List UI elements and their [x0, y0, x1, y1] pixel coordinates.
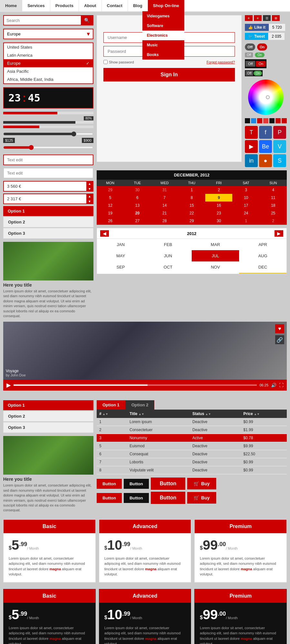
nav-shop[interactable]: Shop On-line Videogames Software Electro…: [148, 0, 185, 11]
month-jul[interactable]: JUL: [192, 250, 239, 261]
table-row[interactable]: 1Lorem ipsumDeactive$0.99: [97, 418, 287, 426]
month-sep[interactable]: SEP: [97, 261, 144, 274]
linkedin-icon[interactable]: in: [245, 154, 258, 167]
table-row-active[interactable]: 3NonummyActive$0.78: [97, 434, 287, 442]
opt-africa[interactable]: Africa, Middle East, India: [4, 75, 93, 83]
text-input-1[interactable]: [3, 155, 93, 165]
spin-down-1[interactable]: ▼: [86, 186, 93, 192]
cal-cell[interactable]: 1: [232, 217, 259, 225]
toggle-1-on[interactable]: On: [257, 43, 267, 51]
nav-blog[interactable]: Blog: [128, 0, 148, 11]
sign-in-button[interactable]: Sign In: [103, 68, 235, 81]
cal-cell[interactable]: 30: [205, 217, 232, 225]
pinterest-icon[interactable]: P: [273, 126, 286, 139]
number-input-2[interactable]: [3, 194, 93, 204]
link-button[interactable]: 🔗: [275, 335, 284, 344]
swatch-5[interactable]: [269, 118, 275, 123]
button-4[interactable]: Button: [97, 493, 122, 503]
slider-1[interactable]: [3, 131, 93, 137]
nav-products[interactable]: Products: [50, 0, 79, 11]
facebook-icon[interactable]: f: [259, 126, 272, 139]
nav-about[interactable]: About: [79, 0, 102, 11]
cal-cell[interactable]: 18: [260, 202, 287, 209]
color-wheel[interactable]: [248, 80, 284, 115]
swatch-4[interactable]: [263, 118, 268, 123]
cal-cell[interactable]: 2: [205, 186, 232, 194]
toggle-4[interactable]: Off On: [245, 70, 263, 76]
text-input-2[interactable]: [3, 168, 93, 178]
month-may[interactable]: MAY: [97, 250, 144, 261]
dd-software[interactable]: Software: [142, 21, 184, 31]
cal-cell[interactable]: 5: [97, 194, 124, 202]
option-1-3[interactable]: Option 3: [3, 228, 93, 239]
cal-cell[interactable]: 19: [97, 209, 124, 217]
button-1[interactable]: Button: [97, 479, 122, 489]
cal-cell[interactable]: 30: [124, 186, 151, 194]
swatch-1[interactable]: [245, 118, 250, 123]
show-password-checkbox[interactable]: [103, 60, 108, 64]
list-icon-2[interactable]: ≡: [254, 15, 262, 21]
month-dec[interactable]: DEC: [239, 261, 286, 274]
spin-down-2[interactable]: ▼: [86, 199, 93, 204]
sort-icon-num[interactable]: ▲▼: [102, 412, 108, 416]
table-tab-2[interactable]: Option 2: [126, 400, 155, 410]
spin-up-1[interactable]: ▲: [86, 181, 93, 186]
dd-videogames[interactable]: Videogames: [142, 11, 184, 21]
cal-cell[interactable]: 26: [97, 217, 124, 225]
month-nov[interactable]: NOV: [192, 261, 239, 274]
table-row[interactable]: 5EuismodDeactive$9.99: [97, 442, 287, 450]
table-row[interactable]: 2ConsectetuerDeactive$1.99: [97, 426, 287, 434]
cal-cell[interactable]: 31: [151, 186, 178, 194]
cal-cell[interactable]: 22: [178, 209, 205, 217]
play-button[interactable]: ▶: [6, 382, 11, 389]
toggle-3[interactable]: Off On: [245, 59, 266, 68]
cal-cell[interactable]: 6: [124, 194, 151, 202]
cal-cell-today[interactable]: 9: [205, 194, 232, 202]
swatch-2[interactable]: [251, 118, 256, 123]
opt-united-states[interactable]: United States: [4, 43, 93, 51]
cal-cell[interactable]: 12: [97, 202, 124, 209]
forgot-password-link[interactable]: Forgot password?: [207, 60, 235, 64]
youtube-icon[interactable]: ▶: [245, 140, 258, 153]
toggle-2-off[interactable]: Off: [245, 52, 253, 57]
cal-cell[interactable]: 14: [151, 202, 178, 209]
cal-cell[interactable]: 16: [205, 202, 232, 209]
cal-cell[interactable]: 8: [178, 194, 205, 202]
swatch-7[interactable]: [282, 118, 287, 123]
cal-cell[interactable]: 2: [260, 217, 287, 225]
dribbble-icon[interactable]: ●: [259, 154, 272, 167]
option-2-1[interactable]: Option 1: [3, 400, 93, 410]
cal-cell[interactable]: 10: [232, 194, 259, 202]
table-row[interactable]: 8Vulputate velitDeactive$0.99: [97, 466, 287, 474]
cal-cell[interactable]: 29: [97, 186, 124, 194]
list-icon-3[interactable]: ☰: [263, 15, 271, 21]
month-feb[interactable]: FEB: [144, 239, 192, 250]
month-apr[interactable]: APR: [239, 239, 286, 250]
video-progress-bar[interactable]: [14, 384, 257, 386]
list-icon-4[interactable]: ⊞: [272, 15, 280, 21]
sort-icon-title[interactable]: ▲▼: [139, 412, 144, 416]
heart-button[interactable]: ♥: [275, 324, 284, 333]
cal-cell[interactable]: 7: [151, 194, 178, 202]
vimeo-icon[interactable]: V: [273, 140, 286, 153]
cal-cell[interactable]: 27: [124, 217, 151, 225]
search-button[interactable]: 🔍: [81, 16, 93, 25]
skype-icon[interactable]: S: [273, 154, 286, 167]
cal-cell[interactable]: 17: [232, 202, 259, 209]
month-aug[interactable]: AUG: [239, 250, 286, 261]
tweet-button[interactable]: 🐦 Tweet: [245, 33, 268, 40]
cal-cell[interactable]: 23: [205, 209, 232, 217]
dd-electronics[interactable]: Electronics: [142, 31, 184, 40]
cal-cell[interactable]: 21: [151, 209, 178, 217]
cal-cell[interactable]: 11: [260, 194, 287, 202]
expand-button[interactable]: ⛶: [279, 383, 284, 388]
list-icon-1[interactable]: ≡: [245, 15, 253, 21]
button-3[interactable]: Button: [151, 478, 186, 490]
table-row[interactable]: 6ConsequatDeactive$22.50: [97, 450, 287, 458]
month-oct[interactable]: OCT: [144, 261, 192, 274]
button-6[interactable]: Button: [151, 492, 186, 504]
year-prev-button[interactable]: ◀: [100, 230, 109, 237]
number-input-1[interactable]: [3, 181, 93, 192]
spin-up-2[interactable]: ▲: [86, 194, 93, 199]
button-5[interactable]: Button: [124, 493, 149, 503]
